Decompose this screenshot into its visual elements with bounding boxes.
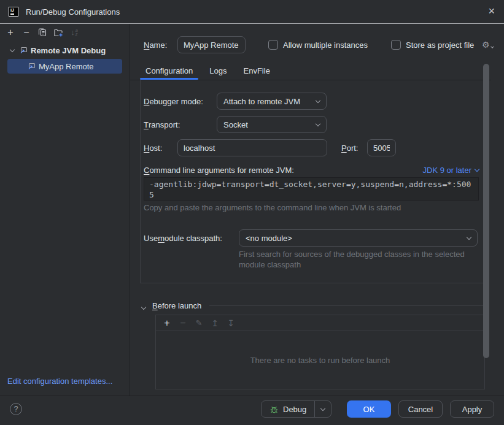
help-icon[interactable]: ? — [10, 403, 22, 415]
command-line-arguments-field[interactable]: -agentlib:jdwp=transport=dt_socket,serve… — [144, 177, 479, 201]
edit-task-icon: ✎ — [194, 318, 204, 328]
intellij-logo-icon: IJ — [9, 7, 18, 17]
chevron-down-icon[interactable] — [9, 50, 16, 52]
tree-group-remote-jvm-debug[interactable]: Remote JVM Debug — [0, 43, 130, 58]
command-line-arguments-label: Command line arguments for remote JVM: — [144, 163, 294, 177]
add-configuration-icon[interactable]: + — [6, 28, 15, 37]
store-as-project-file-label: Store as project file — [406, 36, 474, 53]
remove-configuration-icon[interactable]: − — [21, 28, 31, 37]
config-tabs: Configuration Logs EnvFile — [145, 61, 270, 80]
jdk-version-selector[interactable]: JDK 9 or later — [423, 163, 479, 177]
close-icon[interactable]: × — [488, 5, 495, 17]
before-launch-chevron-icon[interactable] — [142, 302, 145, 311]
name-input[interactable] — [177, 36, 246, 53]
tab-envfile[interactable]: EnvFile — [244, 61, 270, 80]
tree-item-myapp-remote[interactable]: MyApp Remote — [7, 59, 122, 74]
empty-task-list-text: There are no tasks to run before launch — [156, 331, 484, 389]
copy-configuration-icon[interactable] — [37, 28, 47, 37]
before-launch-task-list: + − ✎ ↥ ↧ There are no tasks to run befo… — [155, 315, 485, 389]
command-line-hint: Copy and paste the arguments to the comm… — [144, 202, 401, 213]
module-classpath-select[interactable]: <no module> — [239, 229, 478, 247]
port-label: Port: — [341, 139, 358, 156]
store-as-project-file-checkbox[interactable] — [391, 40, 401, 50]
chevron-down-icon — [475, 166, 479, 171]
remote-debug-config-icon — [18, 45, 28, 55]
port-input[interactable] — [367, 139, 396, 156]
before-launch-label: Before launch — [152, 301, 201, 311]
edit-configuration-templates-link[interactable]: Edit configuration templates... — [7, 377, 112, 386]
tree-item-label: MyApp Remote — [39, 62, 94, 71]
before-launch-separator — [209, 305, 485, 306]
configurations-tree: Remote JVM Debug MyApp Remote — [0, 43, 130, 74]
window-title: Run/Debug Configurations — [26, 7, 120, 17]
before-launch-toolbar: + − ✎ ↥ ↧ — [156, 315, 484, 331]
add-task-icon[interactable]: + — [162, 318, 172, 328]
host-label: Host: — [144, 139, 162, 156]
footer-separator — [0, 396, 504, 396]
sort-alphabetically-icon: ↓ az — [69, 28, 79, 37]
debug-options-chevron[interactable] — [314, 401, 331, 417]
move-up-icon: ↥ — [210, 318, 220, 328]
cancel-button[interactable]: Cancel — [398, 400, 443, 418]
ok-button[interactable]: OK — [347, 400, 391, 418]
debug-button-label: Debug — [283, 405, 306, 414]
module-classpath-hint: First search for sources of the debugged… — [239, 249, 492, 270]
titlebar-separator — [0, 23, 504, 24]
remote-debug-config-icon — [26, 61, 36, 71]
host-input[interactable] — [177, 139, 327, 156]
debugger-mode-label: Debugger mode: — [144, 93, 203, 110]
apply-button[interactable]: Apply — [450, 400, 494, 418]
transport-select[interactable]: Socket — [217, 116, 327, 133]
new-folder-icon[interactable] — [53, 28, 63, 37]
titlebar: IJ Run/Debug Configurations × — [0, 0, 504, 23]
vertical-scrollbar[interactable] — [483, 64, 489, 358]
sidebar-toolbar: + − ↓ az — [0, 25, 130, 40]
move-down-icon: ↧ — [226, 318, 236, 328]
chevron-down-icon — [467, 234, 471, 239]
debugger-mode-select[interactable]: Attach to remote JVM — [217, 93, 327, 110]
allow-multiple-instances-checkbox[interactable] — [268, 40, 278, 50]
allow-multiple-instances-label: Allow multiple instances — [283, 36, 368, 53]
tree-group-label: Remote JVM Debug — [31, 46, 106, 55]
transport-label: Transport: — [144, 116, 180, 133]
debug-bug-icon — [269, 405, 279, 414]
debug-split-button[interactable]: Debug — [261, 400, 331, 418]
tab-logs[interactable]: Logs — [209, 61, 227, 80]
run-debug-configurations-dialog: IJ Run/Debug Configurations × + − ↓ az — [0, 0, 504, 425]
name-label: Name: — [144, 36, 167, 53]
use-module-classpath-label: Use module classpath: — [144, 229, 222, 247]
chevron-down-icon — [316, 98, 320, 102]
store-settings-gear-icon[interactable]: ⚙ — [482, 36, 494, 53]
tab-configuration[interactable]: Configuration — [145, 61, 193, 80]
remove-task-icon: − — [178, 318, 188, 328]
chevron-down-icon — [316, 121, 320, 126]
